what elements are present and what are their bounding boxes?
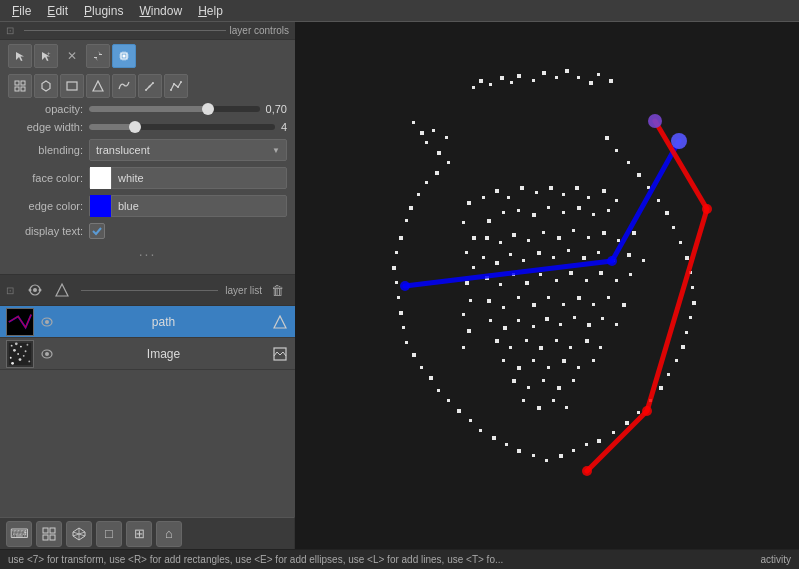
svg-rect-124 [657,199,660,202]
bottom-tool-box[interactable]: □ [96,521,122,547]
svg-rect-83 [395,251,398,254]
svg-rect-171 [482,256,485,259]
svg-point-45 [45,352,49,356]
display-text-checkbox[interactable] [89,223,105,239]
tool-polyline[interactable] [164,74,188,98]
expand-controls-dots[interactable]: ··· [0,242,295,266]
svg-rect-26 [7,309,33,335]
face-color-picker[interactable]: white [89,167,287,189]
new-shapes-layer-btn[interactable] [50,278,74,302]
layer-thumb-image [6,340,34,368]
delete-layer-btn[interactable]: 🗑 [265,278,289,302]
layer-item-image[interactable]: Image [0,338,295,370]
tool-freehand[interactable] [112,74,136,98]
svg-rect-193 [629,273,632,276]
menu-help[interactable]: Help [190,2,231,20]
svg-rect-70 [412,121,415,124]
bottom-tool-console[interactable]: ⌨ [6,521,32,547]
edge-color-picker[interactable]: blue [89,195,287,217]
svg-point-36 [13,348,16,351]
svg-rect-157 [577,206,581,210]
svg-rect-112 [667,373,670,376]
svg-rect-114 [681,345,685,349]
svg-rect-212 [601,317,604,320]
svg-rect-102 [545,459,548,462]
svg-point-15 [149,86,151,88]
svg-rect-163 [527,239,530,242]
new-points-layer-btn[interactable] [23,278,47,302]
svg-rect-176 [552,256,555,259]
edge-color-label: edge color: [8,200,83,212]
blending-dropdown[interactable]: translucent ▼ [89,139,287,161]
layer-type-path-icon [271,313,289,331]
collapse-dots[interactable]: ⊡ [6,25,14,36]
menu-edit[interactable]: Edit [39,2,76,20]
path-start-point [648,114,662,128]
svg-rect-158 [592,213,595,216]
red-endpoint [582,466,592,476]
tool-pen[interactable] [138,74,162,98]
svg-rect-218 [555,339,558,342]
edge-width-slider[interactable] [89,124,275,130]
bottom-tool-grid[interactable] [36,521,62,547]
tool-add[interactable]: + [34,44,58,68]
svg-rect-168 [602,231,606,235]
svg-rect-175 [537,251,541,255]
layer-list-header: ⊡ layer list 🗑 [0,275,295,306]
face-color-row: face color: white [0,164,295,192]
svg-rect-130 [467,201,471,205]
svg-rect-206 [517,319,520,322]
menu-window[interactable]: Window [131,2,190,20]
svg-rect-222 [502,359,505,362]
path-junction-point [671,133,687,149]
svg-rect-191 [599,271,603,275]
layer-item-path[interactable]: path [0,306,295,338]
bottom-tool-3d[interactable] [66,521,92,547]
svg-rect-177 [567,249,570,252]
svg-rect-223 [517,366,521,370]
tool-grid[interactable] [8,74,32,98]
svg-rect-190 [585,279,588,282]
display-text-label: display text: [8,225,83,237]
svg-rect-104 [572,449,575,452]
tool-triangle[interactable] [86,74,110,98]
layer-visibility-image[interactable] [38,345,56,363]
svg-rect-101 [532,454,535,457]
svg-rect-164 [542,231,545,234]
bottom-tool-tiles[interactable]: ⊞ [126,521,152,547]
bottom-tool-home[interactable]: ⌂ [156,521,182,547]
svg-rect-111 [659,386,663,390]
svg-rect-216 [525,339,528,342]
tool-transform[interactable] [112,44,136,68]
svg-rect-105 [585,443,588,446]
layer-controls-panel: ⊡ layer controls + ✕ [0,22,295,275]
svg-point-19 [177,86,179,88]
svg-rect-151 [487,219,491,223]
tool-select[interactable] [8,44,32,68]
tool-hexagon[interactable] [34,74,58,98]
tool-close[interactable]: ✕ [60,44,84,68]
svg-marker-10 [42,81,50,91]
svg-rect-142 [462,221,465,224]
menu-plugins[interactable]: Plugins [76,2,131,20]
canvas-area[interactable] [295,22,799,549]
svg-marker-29 [274,316,286,328]
svg-rect-141 [615,199,618,202]
tool-move[interactable] [86,44,110,68]
svg-point-42 [17,353,19,355]
opacity-slider[interactable] [89,106,260,112]
svg-rect-225 [547,366,550,369]
layer-visibility-path[interactable] [38,313,56,331]
menu-file[interactable]: File [4,2,39,20]
svg-rect-128 [615,149,618,152]
svg-point-43 [11,361,14,364]
svg-point-35 [27,343,29,345]
svg-rect-98 [492,436,496,440]
svg-rect-94 [447,399,450,402]
layer-controls-header: ⊡ layer controls [0,22,295,40]
tool-rectangle[interactable] [60,74,84,98]
svg-rect-174 [522,259,525,262]
layer-list-collapse[interactable]: ⊡ [6,285,14,296]
svg-rect-148 [462,313,465,316]
svg-rect-172 [495,261,499,265]
